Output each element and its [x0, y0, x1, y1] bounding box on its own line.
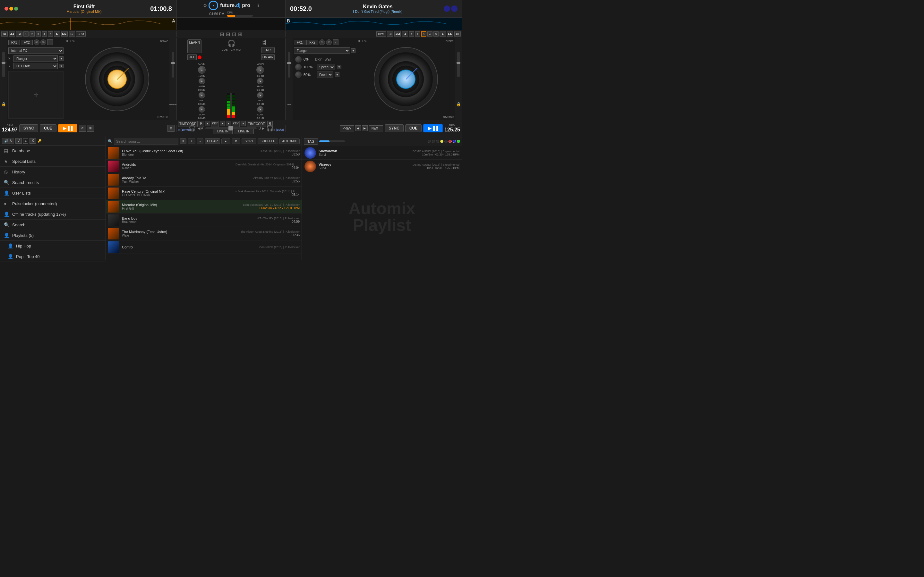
- track-row-4[interactable]: Rave Century (Original Mix) GLOWINTHEDAR…: [106, 187, 302, 200]
- fx-down-b[interactable]: ↓: [333, 39, 338, 45]
- next-btn-b[interactable]: NEXT: [368, 125, 383, 131]
- headphone-right-icon[interactable]: 🎧: [266, 125, 273, 132]
- talk-btn[interactable]: TALK: [261, 47, 275, 53]
- rec-btn[interactable]: REC: [187, 54, 197, 60]
- cue-pt-a-3[interactable]: 3: [36, 31, 41, 37]
- cue-btn-a[interactable]: CUE: [40, 124, 56, 132]
- track-row-2[interactable]: Androids R3hab Dim Mak Greatest Hits 201…: [106, 160, 302, 173]
- grid-btn-a[interactable]: ⊞: [87, 125, 94, 132]
- deck-b-vinyl[interactable]: [374, 47, 438, 111]
- shuffle-btn[interactable]: SHUFFLE: [258, 139, 278, 144]
- y-dropdown-arrow-a[interactable]: ▼: [59, 64, 63, 68]
- tag-dot-8[interactable]: [457, 140, 460, 143]
- deck-a-fader-right[interactable]: [172, 52, 174, 77]
- fx2-btn-b[interactable]: FX2: [306, 40, 318, 45]
- clear-btn[interactable]: X: [180, 139, 186, 144]
- track-row-3[interactable]: Already Told Ya Terri Walker Already Tol…: [106, 173, 302, 187]
- settings-icon[interactable]: ⚙: [203, 3, 207, 8]
- arrow-up-btn[interactable]: ▲: [221, 139, 230, 144]
- cue-pt-a-5[interactable]: 5: [48, 31, 53, 37]
- fx-circle-1-a[interactable]: ①: [34, 39, 39, 45]
- k-btn[interactable]: K: [29, 138, 36, 143]
- loop-btn-a[interactable]: ↺: [79, 125, 86, 132]
- arrow-down-btn[interactable]: ▼: [232, 139, 241, 144]
- track-row-8[interactable]: Control Control EP (2015) | Pulselocker: [106, 240, 302, 254]
- waveform-a[interactable]: A: [0, 18, 176, 30]
- transport-a-next[interactable]: ▶: [54, 31, 60, 37]
- settings2-icon[interactable]: ℹ: [257, 3, 259, 8]
- feed-select-b[interactable]: Feed: [317, 71, 333, 78]
- search-input[interactable]: [114, 138, 178, 145]
- mixer-settings-icon[interactable]: ⊞: [220, 31, 224, 37]
- transport-a-back[interactable]: ◀◀: [9, 31, 15, 37]
- deck-a-audio-toggle[interactable]: 🔊 A: [2, 138, 14, 144]
- tag-dot-3[interactable]: [436, 140, 439, 143]
- lock-icon-a[interactable]: 🔒: [1, 102, 6, 106]
- deck-b-fader-left[interactable]: [288, 52, 290, 77]
- waveform-b[interactable]: B: [286, 18, 462, 30]
- x-fx-select-a[interactable]: Flanger: [13, 55, 58, 62]
- waveform-toggle-icon[interactable]: ⊟: [226, 31, 230, 37]
- track-row-6[interactable]: Bang Boy Brakeman N To The G's (2015) | …: [106, 213, 302, 227]
- sidebar-item-pulselocker[interactable]: ● Pulselocker (connected): [0, 198, 105, 209]
- fx-xy-pad-a[interactable]: ✛: [8, 71, 63, 119]
- track-row-1[interactable]: I Love You (Cedric Zeyenne Short Edit) B…: [106, 146, 302, 160]
- track-row-5[interactable]: Marudar (Original Mix) First Gift Edm Es…: [106, 200, 302, 213]
- mid-knob-b[interactable]: ●: [257, 92, 263, 98]
- cue-pt-b-2[interactable]: 2: [415, 31, 420, 37]
- transport-b-next[interactable]: ▶: [439, 31, 446, 37]
- deck-a-reverse[interactable]: reverse: [158, 115, 168, 119]
- bpm-btn-a[interactable]: BPM: [76, 31, 86, 37]
- tag-dot-7[interactable]: [453, 140, 456, 143]
- sync-btn-a[interactable]: SYNC: [19, 124, 38, 132]
- lock-icon-b[interactable]: 🔒: [456, 102, 461, 106]
- mixer-settings-icon2[interactable]: 🎛: [261, 39, 275, 46]
- sidebar-item-playlists[interactable]: 👤 Playlists (5): [0, 230, 105, 241]
- fx1-btn-b[interactable]: FX1: [294, 40, 305, 45]
- mid-knob-a[interactable]: ●: [199, 92, 205, 98]
- fx1-btn-a[interactable]: FX1: [8, 40, 20, 45]
- cue-pt-a-1[interactable]: 1: [23, 31, 29, 37]
- sidebar-item-special-lists[interactable]: ★ Special Lists: [0, 156, 105, 167]
- mode-btn-a[interactable]: ⊞: [168, 125, 174, 132]
- flanger-select-b[interactable]: Flanger: [294, 47, 350, 54]
- transport-a-skip-start[interactable]: ⏮: [1, 31, 8, 37]
- min-btn-a[interactable]: [9, 7, 13, 11]
- automix-btn[interactable]: AUTOMIX: [279, 139, 300, 144]
- deck-a-fader-left[interactable]: [2, 52, 5, 77]
- add-btn[interactable]: +: [188, 139, 195, 144]
- flanger-dropdown-b[interactable]: ▼: [351, 48, 355, 53]
- nav-left-b[interactable]: ◀: [355, 125, 361, 131]
- speed-select-b[interactable]: Speed: [317, 64, 335, 70]
- low-knob-a[interactable]: ●: [199, 106, 205, 113]
- high-knob-b[interactable]: ●: [257, 78, 263, 84]
- sidebar-item-user-lists[interactable]: 👤 User Lists: [0, 188, 105, 198]
- fx-down-a[interactable]: ↓: [47, 39, 53, 45]
- play-btn-b[interactable]: ▶▐▐: [423, 124, 443, 132]
- learn-btn[interactable]: LEARN: [187, 39, 202, 53]
- bpm-btn-b[interactable]: BPM: [376, 31, 386, 37]
- on-air-btn[interactable]: ON AIR: [261, 54, 275, 60]
- x-dropdown-arrow-a[interactable]: ▼: [59, 56, 63, 61]
- transport-b-back[interactable]: ◀◀: [394, 31, 401, 37]
- sidebar-item-search[interactable]: 🔍 Search: [0, 219, 105, 230]
- v-btn[interactable]: V: [15, 138, 22, 143]
- tag-dot-5[interactable]: [444, 140, 447, 143]
- tag-slider[interactable]: [319, 140, 345, 142]
- cue-pt-b-4[interactable]: 4: [427, 31, 433, 37]
- tag-dot-6[interactable]: [449, 140, 452, 143]
- headphone-icon-center[interactable]: 🎧: [222, 39, 241, 47]
- fx-circle-2-a[interactable]: ②: [40, 39, 46, 45]
- transport-a-prev[interactable]: ◀: [16, 31, 23, 37]
- cue-pt-b-3[interactable]: 3: [421, 31, 426, 37]
- max-btn-a[interactable]: [14, 7, 18, 11]
- transport-a-end[interactable]: ⏭: [69, 31, 75, 37]
- prev-btn-b[interactable]: PREV: [340, 125, 354, 131]
- sidebar-item-offline-tracks[interactable]: 👤 Offline tracks (updating 17%): [0, 209, 105, 219]
- transport-b-fwd[interactable]: ▶▶: [447, 31, 453, 37]
- gain-knob-b[interactable]: ●: [256, 66, 264, 74]
- cue-pt-b-1[interactable]: 1: [409, 31, 414, 37]
- minimize-icon[interactable]: —: [252, 3, 256, 8]
- deck-b-fader-right[interactable]: [457, 52, 460, 77]
- transport-b-skip-start[interactable]: ⏮: [387, 31, 393, 37]
